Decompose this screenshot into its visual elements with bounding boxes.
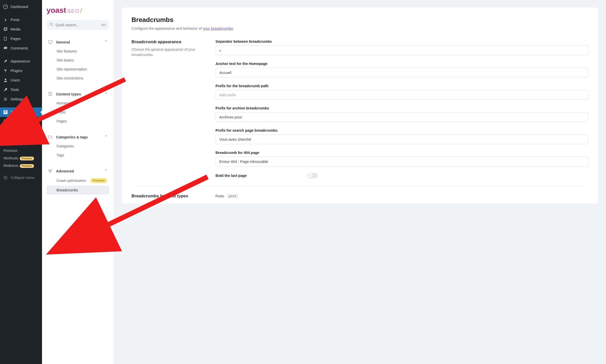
label: Collapse menu [10, 176, 35, 180]
bold-last-toggle[interactable]: × [307, 173, 318, 178]
slash: / [80, 7, 82, 14]
nav-breadcrumbs[interactable]: Breadcrumbs [46, 186, 109, 195]
field-anchor-homepage: Anchor text for the Homepage [216, 62, 588, 77]
brush-icon [3, 59, 8, 64]
yoast-logo: yoastSEO/ [46, 6, 109, 14]
posttype-code: post [227, 194, 238, 198]
label: Settings [10, 97, 24, 101]
prefix-search-input[interactable] [216, 134, 588, 144]
prefix-archive-input[interactable] [216, 112, 588, 122]
anchor-input[interactable] [216, 68, 588, 77]
yoast-submenu-general[interactable]: General [0, 117, 42, 124]
comment-icon [3, 46, 8, 51]
yoast-submenu-workouts[interactable]: WorkoutsPremium [0, 154, 42, 162]
nav-categories[interactable]: Categories [46, 142, 109, 151]
nav-posts[interactable]: Posts [46, 108, 109, 117]
search-icon [50, 22, 54, 27]
premium-badge: Premium [90, 178, 107, 183]
sidebar-item-pages[interactable]: Pages [0, 34, 42, 43]
sidebar-item-appearance[interactable]: Appearance [0, 56, 42, 66]
label: Redirects [4, 164, 18, 168]
document-icon [48, 92, 54, 96]
nav-site-connections[interactable]: Site connections [46, 74, 109, 83]
plug-icon [3, 68, 8, 73]
search-shortcut: ⌘K [101, 23, 106, 27]
group-content-types: Content types ⌃ Homepage Posts Pages [46, 89, 109, 126]
sidebar-item-plugins[interactable]: Plugins [0, 66, 42, 75]
field-prefix-search: Prefix for search page breadcrumbs [216, 128, 588, 144]
nav-site-basics[interactable]: Site basics [46, 56, 109, 65]
posttype-label: Posts [216, 194, 224, 198]
svg-rect-11 [48, 40, 52, 43]
svg-point-15 [51, 170, 52, 170]
nav-site-representation[interactable]: Site representation [46, 65, 109, 74]
yoast-submenu-redirects[interactable]: RedirectsPremium [0, 162, 42, 169]
yoast-submenu-premium[interactable]: Premium [0, 147, 42, 154]
nav-tags[interactable]: Tags [46, 151, 109, 160]
posttypes-title: Breadcrumbs for post types [132, 194, 206, 199]
anchor-label: Anchor text for the Homepage [216, 62, 588, 66]
section-toggle-categories[interactable]: Categories & tags ⌃ [46, 132, 109, 142]
wrench-icon [3, 87, 8, 92]
section-appearance: Breadcrumb appearance Choose the general… [132, 39, 588, 186]
user-icon [3, 78, 8, 83]
label: Media [10, 27, 20, 31]
sidebar-item-yoast-seo[interactable]: Yoast SEO [0, 107, 42, 117]
group-categories-tags: Categories & tags ⌃ Categories Tags [46, 132, 109, 160]
yoast-submenu-tools[interactable]: Tools [0, 139, 42, 147]
nav-pages[interactable]: Pages [46, 117, 109, 126]
label: Dashboard [10, 5, 28, 9]
prefix-path-input[interactable] [216, 90, 588, 100]
field-prefix-path: Prefix for the breadcrumb path [216, 84, 588, 100]
sidebar-item-settings[interactable]: Settings [0, 94, 42, 104]
yoast-settings-sidebar: yoastSEO/ ⌘K General ⌃ Site features Sit… [42, 0, 114, 364]
section-toggle-general[interactable]: General ⌃ [46, 37, 109, 47]
chevron-up-icon: ⌃ [104, 92, 108, 96]
pin-icon [3, 17, 8, 22]
fields: Separator between breadcrumbs Anchor tex… [216, 39, 588, 178]
section-posttypes: Breadcrumbs for post types Posts post [132, 194, 588, 201]
monitor-icon [48, 40, 54, 44]
svg-point-9 [4, 176, 7, 179]
svg-rect-3 [4, 37, 6, 40]
yoast-submenu-settings[interactable]: Settings [0, 124, 42, 132]
sliders-icon [3, 97, 8, 102]
label: Workouts [4, 156, 18, 160]
svg-point-14 [50, 171, 51, 172]
adjust-icon [48, 169, 54, 173]
quick-search-box[interactable]: ⌘K [46, 20, 109, 30]
sidebar-item-users[interactable]: Users [0, 75, 42, 85]
svg-point-6 [6, 99, 7, 99]
sidebar-item-comments[interactable]: Comments [0, 43, 42, 53]
label: Content types [56, 92, 81, 96]
field-prefix-archive: Prefix for archive breadcrumbs [216, 106, 588, 122]
yoast-submenu-integrations[interactable]: Integrations [0, 132, 42, 139]
settings-card: Breadcrumbs Configure the appearance and… [122, 7, 598, 204]
prefix-archive-label: Prefix for archive breadcrumbs [216, 106, 588, 110]
collapse-menu[interactable]: Collapse menu [0, 173, 42, 182]
nav-homepage[interactable]: Homepage [46, 99, 109, 108]
sidebar-item-tools[interactable]: Tools [0, 85, 42, 94]
group-general: General ⌃ Site features Site basics Site… [46, 37, 109, 83]
section-toggle-content[interactable]: Content types ⌃ [46, 89, 109, 99]
toggle-knob: × [308, 173, 312, 178]
label: Advanced [56, 169, 74, 173]
field-bold-last: Bold the last page × [216, 173, 318, 178]
pages-icon [3, 36, 8, 41]
field-404: Breadcrumb for 404 page [216, 151, 588, 166]
sidebar-item-posts[interactable]: Posts [0, 15, 42, 24]
nav-crawl-optimization[interactable]: Crawl optimization Premium [46, 176, 109, 186]
separator-input[interactable] [216, 45, 588, 55]
breadcrumbs-doc-link[interactable]: your breadcrumbs [203, 26, 233, 30]
sidebar-item-media[interactable]: Media [0, 24, 42, 34]
section-toggle-advanced[interactable]: Advanced ⌃ [46, 166, 109, 176]
label: Crawl optimization [56, 179, 86, 183]
quick-search-input[interactable] [56, 23, 101, 27]
sidebar-item-dashboard[interactable]: Dashboard [0, 2, 42, 11]
bold-last-label: Bold the last page [216, 174, 247, 178]
svg-point-7 [5, 100, 6, 100]
page404-input[interactable] [216, 157, 588, 166]
page-description: Configure the appearance and behavior of… [132, 26, 588, 30]
brand: yoast [46, 6, 66, 14]
nav-site-features[interactable]: Site features [46, 47, 109, 56]
